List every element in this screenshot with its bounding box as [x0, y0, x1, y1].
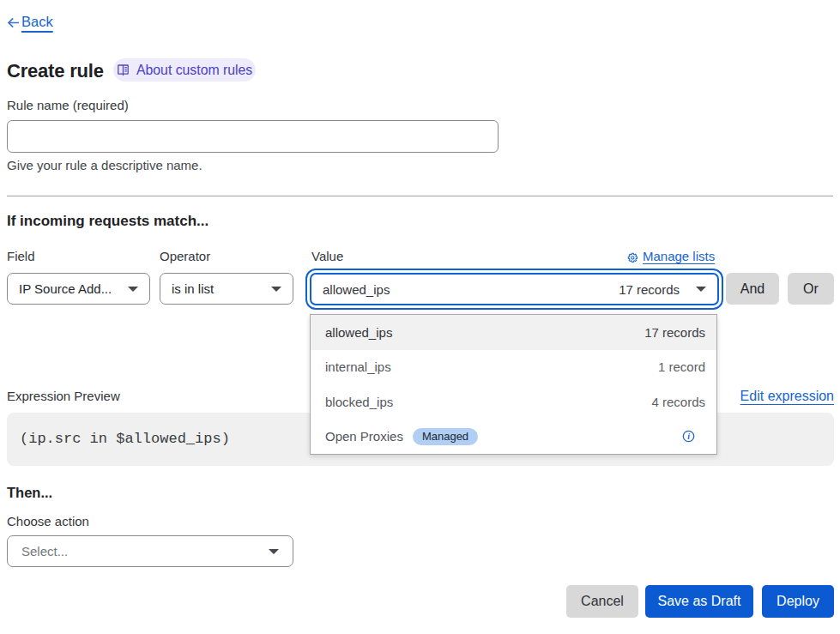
svg-text:i: i [687, 432, 690, 441]
